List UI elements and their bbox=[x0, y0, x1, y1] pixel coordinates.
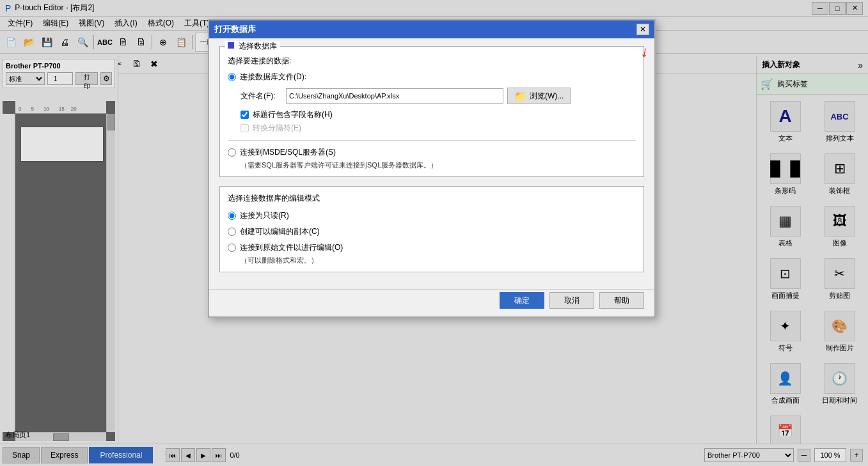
sep-checkbox-row: 转换分隔符(E) bbox=[241, 123, 636, 134]
radio-readonly-label[interactable]: 连接为只读(R) bbox=[240, 210, 289, 221]
radio-msde-row: 连接到MSDE/SQL服务器(S) bbox=[228, 147, 636, 158]
radio-file-input[interactable] bbox=[228, 73, 236, 81]
dialog-footer: 确定 取消 帮助 bbox=[209, 289, 654, 316]
edit-mode-section: 选择连接数据库的编辑模式 连接为只读(R) 创建可以编辑的副本(C) bbox=[219, 186, 644, 272]
dialog-open-database: 打开数据库 ✕ 选择数据库 选择要连接的数据: bbox=[208, 19, 656, 318]
radio-readonly-input[interactable] bbox=[228, 212, 236, 220]
browse-folder-icon: 📁 bbox=[514, 90, 527, 102]
select-db-section: 选择数据库 选择要连接的数据: 连接数据库文件(D): 文件名(F): bbox=[219, 46, 644, 177]
file-path-row: 文件名(F): 📁 浏览(W)... ↓ bbox=[241, 88, 636, 104]
msde-note: （需要SQL服务器客户端许可证来连接到SQL服务器数据库。） bbox=[241, 160, 636, 170]
select-db-section-header: 选择数据库 bbox=[225, 41, 280, 52]
sep-label: 转换分隔符(E) bbox=[253, 123, 301, 134]
header-label[interactable]: 标题行包含字段名称(H) bbox=[253, 109, 333, 120]
original-note: （可以删除格式和宏。） bbox=[241, 256, 636, 265]
radio-readonly-row: 连接为只读(R) bbox=[228, 210, 636, 221]
radio-file-row: 连接数据库文件(D): bbox=[228, 72, 636, 82]
header-checkbox[interactable] bbox=[241, 111, 249, 119]
radio-msde-input[interactable] bbox=[228, 148, 236, 157]
file-label: 文件名(F): bbox=[241, 91, 282, 102]
red-arrow-annotation: ↓ bbox=[640, 42, 651, 61]
radio-original-row: 连接到原始文件以进行编辑(O) bbox=[228, 242, 636, 253]
radio-original-input[interactable] bbox=[228, 244, 236, 252]
help-btn[interactable]: 帮助 bbox=[599, 292, 644, 309]
dialog-title-bar: 打开数据库 ✕ bbox=[209, 20, 654, 38]
ok-btn[interactable]: 确定 bbox=[500, 292, 544, 309]
radio-file-label[interactable]: 连接数据库文件(D): bbox=[240, 72, 306, 82]
dialog-close-btn[interactable]: ✕ bbox=[636, 24, 649, 35]
radio-editable-label[interactable]: 创建可以编辑的副本(C) bbox=[240, 226, 320, 237]
cancel-btn[interactable]: 取消 bbox=[549, 292, 594, 309]
radio-editable-input[interactable] bbox=[228, 228, 236, 236]
radio-msde-label[interactable]: 连接到MSDE/SQL服务器(S) bbox=[240, 147, 336, 158]
select-db-prompt: 选择要连接的数据: bbox=[228, 56, 291, 65]
radio-editable-row: 创建可以编辑的副本(C) bbox=[228, 226, 636, 237]
dialog-title: 打开数据库 bbox=[214, 24, 636, 35]
file-path-input[interactable] bbox=[286, 88, 503, 104]
dialog-overlay: 打开数据库 ✕ 选择数据库 选择要连接的数据: bbox=[0, 0, 868, 466]
header-checkbox-row: 标题行包含字段名称(H) bbox=[241, 109, 636, 120]
radio-original-label[interactable]: 连接到原始文件以进行编辑(O) bbox=[240, 242, 343, 253]
sep-checkbox[interactable] bbox=[241, 124, 249, 132]
browse-btn[interactable]: 📁 浏览(W)... bbox=[507, 88, 571, 104]
app-window: P P-touch Editor - [布局2] ─ □ ✕ 文件(F) 编辑(… bbox=[0, 0, 868, 466]
edit-mode-header: 选择连接数据库的编辑模式 bbox=[228, 193, 636, 204]
